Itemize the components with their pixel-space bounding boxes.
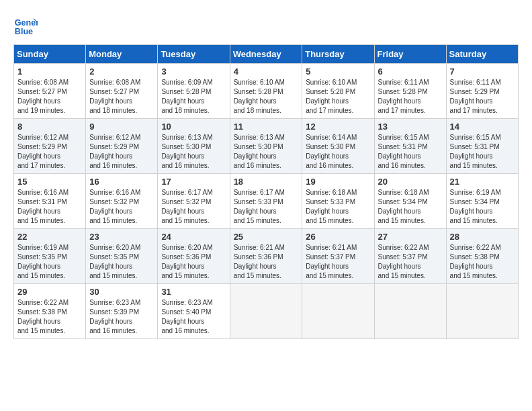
calendar-cell: 7 Sunrise: 6:11 AM Sunset: 5:29 PM Dayli… bbox=[446, 64, 518, 119]
header-tuesday: Tuesday bbox=[158, 45, 230, 64]
day-info: Sunrise: 6:23 AM Sunset: 5:40 PM Dayligh… bbox=[161, 298, 226, 336]
day-number: 28 bbox=[450, 232, 515, 242]
page-header: General Blue bbox=[13, 13, 519, 38]
day-info: Sunrise: 6:10 AM Sunset: 5:28 PM Dayligh… bbox=[306, 78, 370, 116]
day-info: Sunrise: 6:12 AM Sunset: 5:29 PM Dayligh… bbox=[89, 133, 154, 171]
day-info: Sunrise: 6:23 AM Sunset: 5:39 PM Dayligh… bbox=[89, 298, 154, 336]
day-info: Sunrise: 6:16 AM Sunset: 5:31 PM Dayligh… bbox=[17, 188, 82, 226]
day-info: Sunrise: 6:21 AM Sunset: 5:36 PM Dayligh… bbox=[234, 243, 299, 281]
day-number: 17 bbox=[161, 177, 226, 187]
day-number: 30 bbox=[89, 287, 154, 297]
day-number: 23 bbox=[89, 232, 154, 242]
calendar-table: SundayMondayTuesdayWednesdayThursdayFrid… bbox=[13, 44, 519, 339]
calendar-cell: 5 Sunrise: 6:10 AM Sunset: 5:28 PM Dayli… bbox=[302, 64, 374, 119]
day-info: Sunrise: 6:20 AM Sunset: 5:35 PM Dayligh… bbox=[89, 243, 154, 281]
day-number: 11 bbox=[234, 122, 299, 132]
day-number: 7 bbox=[450, 66, 515, 77]
day-number: 24 bbox=[161, 232, 226, 242]
calendar-cell: 8 Sunrise: 6:12 AM Sunset: 5:29 PM Dayli… bbox=[14, 119, 86, 174]
calendar-cell: 12 Sunrise: 6:14 AM Sunset: 5:30 PM Dayl… bbox=[302, 119, 374, 174]
day-number: 20 bbox=[378, 177, 443, 187]
day-info: Sunrise: 6:22 AM Sunset: 5:38 PM Dayligh… bbox=[17, 298, 82, 336]
day-number: 19 bbox=[306, 177, 370, 187]
calendar-cell: 6 Sunrise: 6:11 AM Sunset: 5:28 PM Dayli… bbox=[374, 64, 446, 119]
calendar-cell: 1 Sunrise: 6:08 AM Sunset: 5:27 PM Dayli… bbox=[14, 64, 86, 119]
day-number: 14 bbox=[450, 122, 515, 132]
calendar-cell: 28 Sunrise: 6:22 AM Sunset: 5:38 PM Dayl… bbox=[446, 229, 518, 284]
day-number: 12 bbox=[306, 122, 370, 132]
day-number: 4 bbox=[234, 66, 299, 77]
day-info: Sunrise: 6:16 AM Sunset: 5:32 PM Dayligh… bbox=[89, 188, 154, 226]
day-number: 13 bbox=[378, 122, 443, 132]
day-number: 18 bbox=[234, 177, 299, 187]
calendar-cell: 11 Sunrise: 6:13 AM Sunset: 5:30 PM Dayl… bbox=[230, 119, 302, 174]
calendar-cell: 30 Sunrise: 6:23 AM Sunset: 5:39 PM Dayl… bbox=[86, 284, 158, 339]
calendar-cell: 13 Sunrise: 6:15 AM Sunset: 5:31 PM Dayl… bbox=[374, 119, 446, 174]
day-number: 3 bbox=[161, 66, 226, 77]
calendar-cell: 25 Sunrise: 6:21 AM Sunset: 5:36 PM Dayl… bbox=[230, 229, 302, 284]
calendar-cell: 22 Sunrise: 6:19 AM Sunset: 5:35 PM Dayl… bbox=[14, 229, 86, 284]
calendar-cell: 20 Sunrise: 6:18 AM Sunset: 5:34 PM Dayl… bbox=[374, 174, 446, 229]
svg-text:Blue: Blue bbox=[15, 27, 33, 36]
day-info: Sunrise: 6:13 AM Sunset: 5:30 PM Dayligh… bbox=[234, 133, 299, 171]
day-info: Sunrise: 6:22 AM Sunset: 5:38 PM Dayligh… bbox=[450, 243, 515, 281]
day-number: 31 bbox=[161, 287, 226, 297]
day-info: Sunrise: 6:19 AM Sunset: 5:35 PM Dayligh… bbox=[17, 243, 82, 281]
calendar-week-row: 22 Sunrise: 6:19 AM Sunset: 5:35 PM Dayl… bbox=[14, 229, 519, 284]
day-number: 2 bbox=[89, 66, 154, 77]
calendar-cell: 2 Sunrise: 6:08 AM Sunset: 5:27 PM Dayli… bbox=[86, 64, 158, 119]
calendar-cell: 14 Sunrise: 6:15 AM Sunset: 5:31 PM Dayl… bbox=[446, 119, 518, 174]
day-info: Sunrise: 6:20 AM Sunset: 5:36 PM Dayligh… bbox=[161, 243, 226, 281]
day-info: Sunrise: 6:11 AM Sunset: 5:29 PM Dayligh… bbox=[450, 78, 515, 116]
calendar-cell bbox=[230, 284, 302, 339]
calendar-cell: 18 Sunrise: 6:17 AM Sunset: 5:33 PM Dayl… bbox=[230, 174, 302, 229]
day-info: Sunrise: 6:17 AM Sunset: 5:32 PM Dayligh… bbox=[161, 188, 226, 226]
day-info: Sunrise: 6:14 AM Sunset: 5:30 PM Dayligh… bbox=[306, 133, 370, 171]
day-number: 1 bbox=[17, 66, 82, 77]
day-number: 9 bbox=[89, 122, 154, 132]
day-info: Sunrise: 6:18 AM Sunset: 5:34 PM Dayligh… bbox=[378, 188, 443, 226]
calendar-cell bbox=[374, 284, 446, 339]
day-number: 5 bbox=[306, 66, 370, 77]
day-info: Sunrise: 6:11 AM Sunset: 5:28 PM Dayligh… bbox=[378, 78, 443, 116]
calendar-cell: 23 Sunrise: 6:20 AM Sunset: 5:35 PM Dayl… bbox=[86, 229, 158, 284]
day-info: Sunrise: 6:08 AM Sunset: 5:27 PM Dayligh… bbox=[17, 78, 82, 116]
header-saturday: Saturday bbox=[446, 45, 518, 64]
calendar-cell: 17 Sunrise: 6:17 AM Sunset: 5:32 PM Dayl… bbox=[158, 174, 230, 229]
calendar-cell: 10 Sunrise: 6:13 AM Sunset: 5:30 PM Dayl… bbox=[158, 119, 230, 174]
logo: General Blue bbox=[13, 13, 40, 38]
calendar-cell bbox=[302, 284, 374, 339]
day-number: 27 bbox=[378, 232, 443, 242]
calendar-week-row: 15 Sunrise: 6:16 AM Sunset: 5:31 PM Dayl… bbox=[14, 174, 519, 229]
day-info: Sunrise: 6:10 AM Sunset: 5:28 PM Dayligh… bbox=[234, 78, 299, 116]
calendar-cell: 16 Sunrise: 6:16 AM Sunset: 5:32 PM Dayl… bbox=[86, 174, 158, 229]
day-number: 25 bbox=[234, 232, 299, 242]
header-thursday: Thursday bbox=[302, 45, 374, 64]
calendar-cell: 24 Sunrise: 6:20 AM Sunset: 5:36 PM Dayl… bbox=[158, 229, 230, 284]
calendar-week-row: 29 Sunrise: 6:22 AM Sunset: 5:38 PM Dayl… bbox=[14, 284, 519, 339]
day-number: 8 bbox=[17, 122, 82, 132]
day-number: 16 bbox=[89, 177, 154, 187]
day-info: Sunrise: 6:09 AM Sunset: 5:28 PM Dayligh… bbox=[161, 78, 226, 116]
logo-icon: General Blue bbox=[13, 13, 38, 38]
calendar-cell: 29 Sunrise: 6:22 AM Sunset: 5:38 PM Dayl… bbox=[14, 284, 86, 339]
day-info: Sunrise: 6:21 AM Sunset: 5:37 PM Dayligh… bbox=[306, 243, 370, 281]
header-sunday: Sunday bbox=[14, 45, 86, 64]
calendar-cell: 15 Sunrise: 6:16 AM Sunset: 5:31 PM Dayl… bbox=[14, 174, 86, 229]
day-info: Sunrise: 6:15 AM Sunset: 5:31 PM Dayligh… bbox=[378, 133, 443, 171]
day-info: Sunrise: 6:12 AM Sunset: 5:29 PM Dayligh… bbox=[17, 133, 82, 171]
header-friday: Friday bbox=[374, 45, 446, 64]
header-monday: Monday bbox=[86, 45, 158, 64]
calendar-week-row: 1 Sunrise: 6:08 AM Sunset: 5:27 PM Dayli… bbox=[14, 64, 519, 119]
day-number: 6 bbox=[378, 66, 443, 77]
calendar-cell: 3 Sunrise: 6:09 AM Sunset: 5:28 PM Dayli… bbox=[158, 64, 230, 119]
calendar-week-row: 8 Sunrise: 6:12 AM Sunset: 5:29 PM Dayli… bbox=[14, 119, 519, 174]
day-info: Sunrise: 6:18 AM Sunset: 5:33 PM Dayligh… bbox=[306, 188, 370, 226]
calendar-cell: 31 Sunrise: 6:23 AM Sunset: 5:40 PM Dayl… bbox=[158, 284, 230, 339]
day-info: Sunrise: 6:13 AM Sunset: 5:30 PM Dayligh… bbox=[161, 133, 226, 171]
day-number: 10 bbox=[161, 122, 226, 132]
day-info: Sunrise: 6:22 AM Sunset: 5:37 PM Dayligh… bbox=[378, 243, 443, 281]
day-info: Sunrise: 6:08 AM Sunset: 5:27 PM Dayligh… bbox=[89, 78, 154, 116]
day-info: Sunrise: 6:15 AM Sunset: 5:31 PM Dayligh… bbox=[450, 133, 515, 171]
day-number: 26 bbox=[306, 232, 370, 242]
